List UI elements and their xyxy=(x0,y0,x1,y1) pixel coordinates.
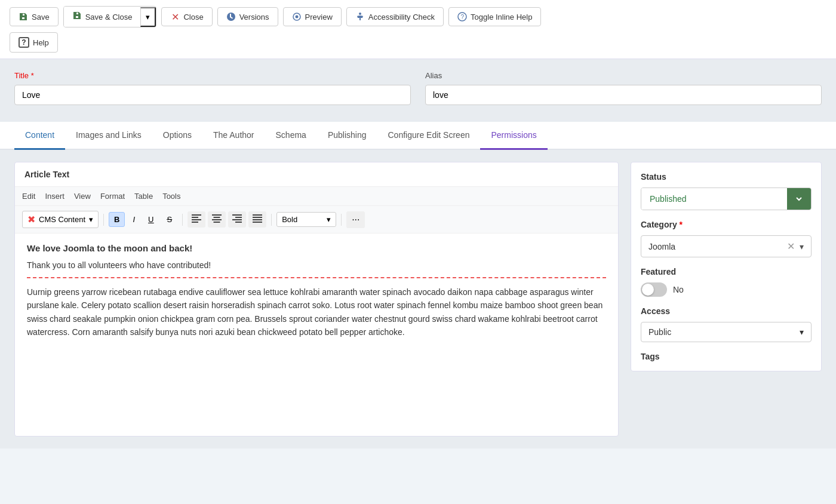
cms-content-button[interactable]: ✖ CMS Content ▾ xyxy=(22,211,99,228)
featured-row: No xyxy=(641,282,812,297)
cms-dropdown-icon: ▾ xyxy=(89,215,93,224)
tab-options[interactable]: Options xyxy=(152,122,202,150)
toggle-help-label: Toggle Inline Help xyxy=(471,13,532,21)
toolbar-divider-4 xyxy=(341,214,342,226)
toggle-thumb xyxy=(642,284,654,296)
align-justify-button[interactable] xyxy=(248,211,266,228)
article-text-label: Article Text xyxy=(15,162,618,187)
featured-toggle-label: No xyxy=(673,285,684,294)
svg-rect-16 xyxy=(235,222,242,223)
svg-rect-7 xyxy=(192,219,201,220)
access-select[interactable]: Public ▾ xyxy=(641,322,812,342)
svg-point-1 xyxy=(295,16,298,19)
tags-section-title: Tags xyxy=(641,352,812,361)
tab-schema[interactable]: Schema xyxy=(265,122,317,150)
format-value: Bold xyxy=(282,215,297,224)
menu-edit[interactable]: Edit xyxy=(22,192,35,201)
versions-button[interactable]: Versions xyxy=(217,7,278,26)
save-close-button-group: Save & Close ▾ xyxy=(63,6,157,27)
menu-format[interactable]: Format xyxy=(100,192,125,201)
title-input[interactable] xyxy=(14,85,411,105)
menu-tools[interactable]: Tools xyxy=(162,192,180,201)
category-required: * xyxy=(680,220,683,229)
format-select-button[interactable]: Bold ▾ xyxy=(276,212,336,227)
status-section-title: Status xyxy=(641,172,812,182)
menu-table[interactable]: Table xyxy=(134,192,153,201)
editor-panel: Article Text Edit Insert View Format Tab… xyxy=(14,162,619,437)
more-options-button[interactable]: ··· xyxy=(346,211,365,228)
alias-label: Alias xyxy=(425,71,822,80)
chevron-down-icon: ▾ xyxy=(146,13,150,21)
save-close-button[interactable]: Save & Close xyxy=(64,7,141,27)
tab-the-author[interactable]: The Author xyxy=(202,122,265,150)
underline-button[interactable]: U xyxy=(143,212,159,227)
editor-toolbar: ✖ CMS Content ▾ B I U S xyxy=(15,206,618,233)
menu-insert[interactable]: Insert xyxy=(45,192,64,201)
align-left-button[interactable] xyxy=(188,211,205,228)
category-value: Joomla xyxy=(648,242,787,251)
sidebar-panel: Status Published Category * Joomla ✕ ▾ F… xyxy=(631,162,822,437)
featured-toggle[interactable] xyxy=(641,282,667,297)
tab-publishing[interactable]: Publishing xyxy=(317,122,377,150)
close-button[interactable]: ✕ Close xyxy=(161,7,212,26)
svg-point-2 xyxy=(359,13,361,15)
svg-rect-15 xyxy=(232,219,242,220)
preview-button[interactable]: Preview xyxy=(283,7,342,26)
save-close-dropdown[interactable]: ▾ xyxy=(140,7,156,27)
accessibility-button[interactable]: Accessibility Check xyxy=(346,7,444,26)
read-more-separator xyxy=(27,277,606,278)
versions-icon xyxy=(226,12,236,21)
save-close-icon xyxy=(72,11,82,23)
preview-label: Preview xyxy=(305,13,333,21)
save-icon xyxy=(19,12,28,21)
bold-button[interactable]: B xyxy=(109,212,125,227)
status-dropdown[interactable]: Published xyxy=(641,188,812,210)
help-button[interactable]: ? Help xyxy=(10,32,58,53)
form-row: Title * Alias xyxy=(14,71,822,105)
cms-content-label: CMS Content xyxy=(39,215,85,224)
alias-input[interactable] xyxy=(425,85,822,105)
svg-rect-19 xyxy=(253,219,262,220)
tab-permissions[interactable]: Permissions xyxy=(480,122,547,150)
toggle-help-button[interactable]: ? Toggle Inline Help xyxy=(448,7,541,26)
save-label: Save xyxy=(32,13,50,21)
accessibility-icon xyxy=(355,12,365,21)
tab-configure-edit-screen[interactable]: Configure Edit Screen xyxy=(377,122,481,150)
align-right-button[interactable] xyxy=(228,211,246,228)
title-label: Title * xyxy=(14,71,411,80)
svg-rect-17 xyxy=(253,214,262,216)
help-label: Help xyxy=(33,38,49,47)
align-center-button[interactable] xyxy=(208,211,226,228)
svg-text:?: ? xyxy=(461,14,465,20)
save-button[interactable]: Save xyxy=(10,7,59,26)
status-dropdown-arrow[interactable] xyxy=(787,188,811,210)
editor-normal-text: Thank you to all volunteers who have con… xyxy=(27,260,606,270)
editor-content-area[interactable]: We love Joomla to the moon and back! Tha… xyxy=(15,233,618,413)
title-required: * xyxy=(31,71,34,80)
category-select[interactable]: Joomla ✕ ▾ xyxy=(641,235,812,257)
svg-rect-8 xyxy=(192,222,198,223)
category-dropdown-arrow[interactable]: ▾ xyxy=(800,242,804,251)
accessibility-label: Accessibility Check xyxy=(368,13,435,21)
help-icon: ? xyxy=(19,37,29,48)
svg-rect-5 xyxy=(192,214,201,216)
form-area: Title * Alias xyxy=(0,59,836,122)
svg-rect-6 xyxy=(192,217,198,218)
category-clear-button[interactable]: ✕ xyxy=(787,241,795,252)
menu-view[interactable]: View xyxy=(74,192,91,201)
toggle-help-icon: ? xyxy=(457,12,467,21)
editor-bold-heading: We love Joomla to the moon and back! xyxy=(27,243,606,253)
tab-images-links[interactable]: Images and Links xyxy=(65,122,152,150)
versions-label: Versions xyxy=(239,13,269,21)
preview-icon xyxy=(292,12,302,21)
svg-rect-11 xyxy=(212,219,222,220)
status-card: Status Published Category * Joomla ✕ ▾ F… xyxy=(631,162,822,371)
tab-content[interactable]: Content xyxy=(14,122,65,150)
svg-rect-13 xyxy=(232,214,242,216)
category-section-title: Category * xyxy=(641,220,812,229)
access-dropdown-arrow[interactable]: ▾ xyxy=(800,327,804,337)
access-value: Public xyxy=(648,327,800,337)
strikethrough-button[interactable]: S xyxy=(161,212,177,227)
italic-button[interactable]: I xyxy=(127,212,140,227)
format-dropdown-icon: ▾ xyxy=(327,215,331,224)
